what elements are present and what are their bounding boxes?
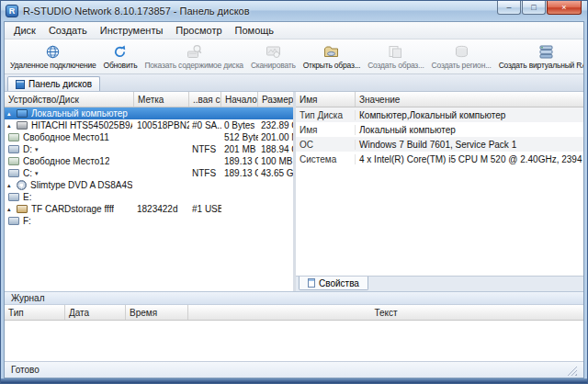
refresh-button[interactable]: Обновить [100,40,141,73]
chevron-down-icon[interactable]: ▾ [35,146,39,153]
col-size[interactable]: Размер [258,92,293,107]
menu-view[interactable]: Просмотр [169,23,228,38]
col-name[interactable]: Имя [296,92,356,107]
tree-row-volume-d[interactable]: D: ▾ NTFS 201 MB 188.94 GB [5,143,293,155]
device-tree-header: Устройство/Диск Метка ..вая си Начало Ра… [5,92,293,107]
col-filesystem[interactable]: ..вая си [189,92,221,107]
cell-size [258,191,293,203]
client-area: Диск Создать Инструменты Просмотр Помощь… [4,21,584,378]
cell-size: 188.94 GB [258,143,293,155]
device-name: HITACHI HTS545025B9A... [31,120,132,130]
tree-row-volume-c[interactable]: C: ▾ NTFS 189.13 GB 43.65 GB [5,167,293,179]
tab-disk-panel[interactable]: Панель дисков [7,76,100,91]
device-name: Локальный компьютер [31,108,128,119]
toolbar-label: Обновить [104,61,138,70]
toolbar-label: Открыть образ... [303,61,360,70]
tree-row-free-space-12[interactable]: Свободное Место12 189.13 GB 100 MB [5,155,293,167]
close-button[interactable]: × [547,1,582,15]
create-region-button[interactable]: Создать регион... [428,40,495,73]
device-tree-body: ▴ Локальный компьютер ▴ [5,107,293,291]
expand-toggle-icon[interactable]: ▴ [7,182,16,189]
expand-toggle-icon[interactable]: ▴ [7,122,16,130]
col-time[interactable]: Время [126,305,188,320]
free-space-icon [8,133,19,141]
cell-start: 189.13 GB [221,155,258,167]
cell-label [134,167,189,179]
dvd-disc-icon [17,180,27,190]
computer-icon [17,109,28,118]
create-image-button[interactable]: Создать образ... [364,40,427,73]
col-label[interactable]: Метка [134,92,189,107]
create-virtual-raid-button[interactable]: Создать виртуальный RAID [495,40,583,73]
tree-row-local-computer[interactable]: ▴ Локальный компьютер [5,107,293,119]
memory-card-icon [17,205,28,213]
show-disk-contents-button[interactable]: Показать содержимое диска [141,40,246,73]
device-name: TF CARDstorage ffff [31,204,114,214]
tree-row-card-reader[interactable]: ▴ TF CARDstorage ffff 1823422d #1 USB [5,203,293,215]
toolbar-label: Создать виртуальный RAID [499,61,583,70]
menu-tools[interactable]: Инструменты [94,23,170,38]
device-name: Свободное Место12 [23,156,109,166]
property-row[interactable]: ОС Windows 7 Build 7601, Service Pack 1 [296,137,583,152]
property-name: Тип Диска [296,110,356,120]
maximize-button[interactable]: □ [522,1,546,15]
menu-disk[interactable]: Диск [7,23,42,38]
window-title: R-STUDIO Network 8.10.173857 - Панель ди… [23,6,497,17]
tab-properties[interactable]: Свойства [299,277,368,290]
tree-row-dvd-drive[interactable]: ▴ Slimtype DVD A DS8A4S ... [5,179,293,191]
cell-fs [189,215,221,227]
titlebar[interactable]: R R-STUDIO Network 8.10.173857 - Панель … [1,1,587,21]
tree-row-hdd[interactable]: ▴ HITACHI HTS545025B9A... 100518PBN204..… [5,119,293,131]
device-name: E: [23,192,31,202]
cell-size [258,203,293,215]
device-name: Slimtype DVD A DS8A4S ... [30,180,132,190]
cell-size: 201.00 MB [258,131,293,143]
property-value: 4 x Intel(R) Core(TM) i5 CPU M 520 @ 2.4… [356,154,583,164]
cell-start: 201 MB [221,143,258,155]
scan-button[interactable]: Сканировать [247,40,300,73]
remote-connection-button[interactable]: Удаленное подключение [6,40,100,73]
device-name: C: [23,168,32,178]
property-name: Система [296,154,356,164]
expand-toggle-icon[interactable]: ▴ [7,110,16,118]
resize-grip[interactable] [566,365,577,376]
tree-row-volume-f[interactable]: F: [5,215,293,227]
property-value: Локальный компьютер [356,125,583,135]
toolbar-label: Удаленное подключение [10,61,96,70]
cell-label [134,143,189,155]
cell-start: 0 Bytes [221,119,258,131]
property-row[interactable]: Система 4 x Intel(R) Core(TM) i5 CPU M 5… [296,152,583,166]
menu-help[interactable]: Помощь [229,23,281,38]
col-date[interactable]: Дата [65,305,126,320]
tab-label: Свойства [319,278,359,288]
cell-size: 43.65 GB [258,167,293,179]
expand-toggle-icon[interactable]: ▴ [7,206,16,213]
journal-title: Журнал [5,291,583,305]
cell-fs: NTFS [189,167,221,179]
col-device[interactable]: Устройство/Диск [5,92,134,107]
property-name: Имя [296,125,356,135]
properties-panel: Имя Значение Тип Диска Компьютер,Локальн… [296,92,583,291]
status-bar: Готово [5,361,583,378]
cell-label [134,107,189,119]
col-start[interactable]: Начало [221,92,258,107]
property-row[interactable]: Имя Локальный компьютер [296,122,583,137]
open-image-button[interactable]: Открыть образ... [300,40,364,73]
menu-create[interactable]: Создать [42,23,94,38]
cell-size [258,179,293,191]
status-text: Готово [11,365,40,375]
cell-start: 512 Bytes [221,131,258,143]
tree-row-free-space-11[interactable]: Свободное Место11 512 Bytes 201.00 MB [5,131,293,143]
cell-label [134,191,189,203]
create-region-icon [454,44,469,60]
chevron-down-icon[interactable]: ▾ [35,170,39,177]
col-type[interactable]: Тип [5,305,65,320]
tree-row-volume-e[interactable]: E: [5,191,293,203]
col-text[interactable]: Текст [188,305,583,320]
hard-drive-icon [17,121,28,130]
minimize-button[interactable]: – [497,1,521,15]
cell-start [221,191,258,203]
property-row[interactable]: Тип Диска Компьютер,Локальный компьютер [296,107,583,122]
col-value[interactable]: Значение [356,92,583,107]
properties-header: Имя Значение [296,92,583,107]
